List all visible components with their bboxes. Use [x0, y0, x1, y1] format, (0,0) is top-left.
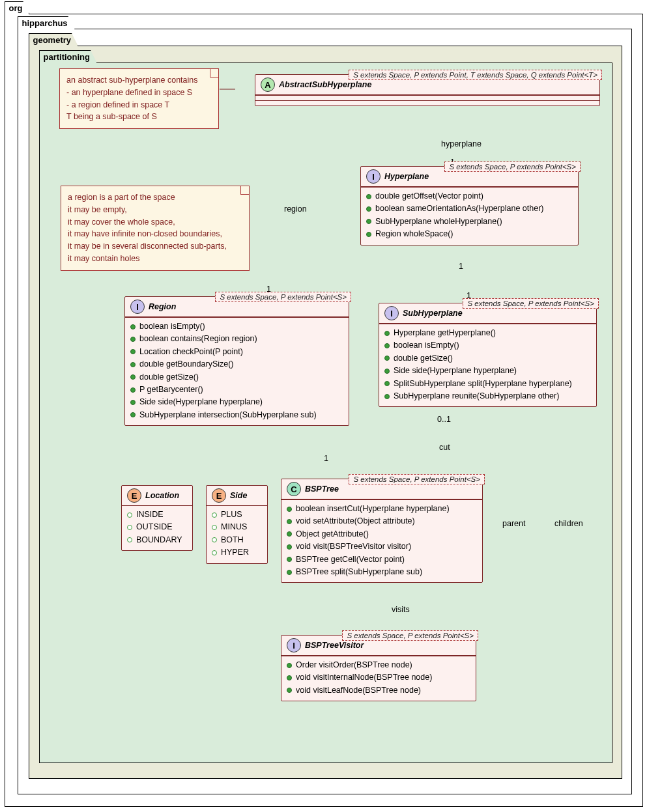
visibility-icon [130, 400, 136, 405]
visibility-icon [287, 531, 292, 537]
label-parent: parent [502, 519, 525, 528]
generic-ash: S extends Space, P extends Point, T exte… [349, 70, 602, 80]
package-geometry: geometry partitioning [29, 46, 622, 779]
stereotype-interface-icon: I [384, 306, 399, 320]
member: Region wholeSpace() [375, 228, 453, 240]
visibility-icon [130, 324, 136, 329]
member: SubHyperplane intersection(SubHyperplane… [139, 409, 317, 421]
member: HYPER [221, 546, 249, 559]
visibility-icon [384, 331, 390, 336]
label-region: region [284, 204, 307, 214]
visibility-icon [366, 206, 371, 212]
class-abstract-sub-hyperplane: S extends Space, P extends Point, T exte… [255, 74, 600, 106]
note-line: - a region defined in space T [66, 99, 212, 111]
visibility-icon [127, 512, 132, 518]
member: BSPTree getCell(Vector point) [296, 553, 405, 566]
note-ash: an abstract sub-hyperplane contains - an… [59, 68, 219, 129]
visibility-icon [130, 374, 136, 380]
visibility-icon [130, 337, 136, 342]
mult-sh-top-1: 1 [459, 262, 463, 271]
member: Side side(Hyperplane hyperplane) [394, 365, 517, 377]
member: SplitSubHyperplane split(Hyperplane hype… [394, 378, 572, 390]
generic-vis: S extends Space, P extends Point<S> [342, 630, 478, 641]
package-tab-geometry: geometry [29, 33, 79, 46]
class-name: BSPTreeVisitor [305, 641, 364, 650]
note-region: a region is a part of the space it may b… [61, 186, 250, 271]
generic-sub: S extends Space, P extends Point<S> [463, 298, 599, 309]
visibility-icon [212, 537, 217, 542]
stereotype-abstract-icon: A [261, 77, 275, 92]
member: boolean contains(Region region) [139, 333, 257, 345]
note-line: a region is a part of the space [68, 191, 242, 204]
visibility-icon [287, 688, 292, 693]
member: double getSize() [394, 352, 453, 365]
member: BOTH [221, 534, 244, 546]
class-sub-hyperplane: S extends Space, P extends Point<S> I Su… [379, 303, 597, 407]
class-name: Region [149, 302, 176, 311]
member: MINUS [221, 521, 247, 533]
member: boolean insertCut(Hyperplane hyperplane) [296, 503, 450, 515]
class-bsp-tree-visitor: S extends Space, P extends Point<S> I BS… [281, 635, 476, 701]
package-partitioning: partitioning [39, 63, 612, 763]
member: Hyperplane getHyperplane() [394, 327, 496, 339]
visibility-icon [130, 349, 136, 354]
member: SubHyperplane reunite(SubHyperplane othe… [394, 390, 559, 402]
visibility-icon [130, 387, 136, 393]
note-line: it may cover the whole space, [68, 216, 242, 229]
label-children: children [554, 519, 583, 528]
member: SubHyperplane wholeHyperplane() [375, 216, 502, 228]
package-tab-hipparchus: hipparchus [18, 16, 75, 29]
member: BSPTree split(SubHyperplane sub) [296, 566, 422, 578]
label-hyperplane: hyperplane [441, 139, 482, 148]
label-cut: cut [439, 443, 450, 452]
member: Side side(Hyperplane hyperplane) [139, 396, 263, 408]
visibility-icon [127, 525, 132, 530]
visibility-icon [287, 507, 292, 512]
member: boolean isEmpty() [139, 320, 205, 333]
member: boolean sameOrientationAs(Hyperplane oth… [375, 203, 543, 215]
note-line: it may be empty, [68, 204, 242, 216]
member: double getSize() [139, 371, 199, 384]
stereotype-class-icon: C [287, 482, 301, 496]
visibility-icon [366, 194, 371, 199]
class-region: S extends Space, P extends Point<S> I Re… [124, 296, 349, 426]
visibility-icon [127, 537, 132, 542]
member: double getBoundarySize() [139, 358, 234, 371]
class-name: Location [145, 491, 179, 500]
visibility-icon [366, 219, 371, 224]
visibility-icon [130, 362, 136, 367]
member: Object getAttribute() [296, 528, 369, 540]
label-visits: visits [392, 605, 410, 614]
class-name: AbstractSubHyperplane [279, 80, 371, 89]
enum-side: E Side PLUS MINUS BOTH HYPER [206, 485, 268, 564]
member: double getOffset(Vector point) [375, 190, 483, 203]
note-line: it may contain holes [68, 253, 242, 265]
generic-hyp: S extends Space, P extends Point<S> [444, 161, 581, 172]
note-line: it may be in several disconnected sub-pa… [68, 240, 242, 253]
package-hipparchus: hipparchus geometry partitioning [18, 29, 632, 794]
visibility-icon [384, 356, 390, 361]
package-tab-partitioning: partitioning [39, 50, 98, 63]
visibility-icon [287, 663, 292, 668]
visibility-icon [130, 412, 136, 417]
class-name: SubHyperplane [403, 309, 463, 318]
stereotype-interface-icon: I [366, 169, 381, 184]
generic-region: S extends Space, P extends Point<S> [215, 292, 351, 302]
visibility-icon [212, 512, 217, 518]
member: INSIDE [136, 509, 164, 521]
member: void visitInternalNode(BSPTree node) [296, 671, 432, 684]
enum-location: E Location INSIDE OUTSIDE BOUNDARY [121, 485, 193, 551]
class-name: Side [230, 491, 247, 500]
member: OUTSIDE [136, 521, 173, 533]
package-org: org hipparchus geometry partitioning [5, 14, 643, 807]
stereotype-interface-icon: I [130, 300, 145, 314]
class-bsp-tree: S extends Space, P extends Point<S> C BS… [281, 479, 483, 583]
note-line: an abstract sub-hyperplane contains [66, 74, 212, 87]
mult-cut-01: 0..1 [437, 415, 451, 424]
member: P getBarycenter() [139, 384, 203, 396]
package-tab-org: org [5, 1, 30, 14]
visibility-icon [287, 557, 292, 562]
member: PLUS [221, 509, 242, 521]
member: void visitLeafNode(BSPTree node) [296, 684, 421, 697]
visibility-icon [366, 232, 371, 237]
